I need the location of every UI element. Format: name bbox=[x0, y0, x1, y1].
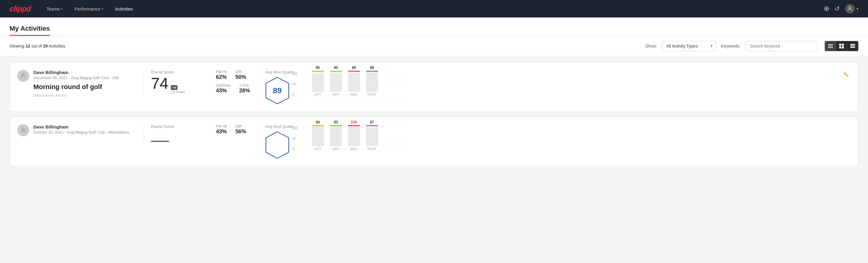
quality-label: Avg Shot Quality bbox=[265, 70, 294, 74]
svg-rect-1 bbox=[828, 44, 833, 45]
score-row bbox=[151, 130, 203, 142]
shot-quality-chart: 100 50 0 94 bbox=[302, 127, 407, 157]
score-value: 74 bbox=[151, 76, 168, 91]
card-secondary-stats: FW Hit 62% GIR 50% Up/Down 43% 1 Putt 28… bbox=[210, 70, 258, 97]
svg-rect-8 bbox=[850, 44, 855, 45]
chart-y-axis: 100 50 0 bbox=[292, 127, 298, 151]
bar-putt: 89 PUTT bbox=[366, 66, 378, 96]
svg-rect-2 bbox=[828, 46, 833, 46]
bar-app: 90 APP bbox=[330, 66, 342, 96]
add-icon[interactable]: ⊕ bbox=[824, 5, 829, 12]
activity-card: Dave Billingham December 05, 2021 - Gog … bbox=[10, 62, 858, 112]
refresh-icon[interactable]: ↺ bbox=[835, 5, 840, 12]
player-name: Dave Billingham bbox=[33, 124, 144, 129]
svg-point-0 bbox=[849, 7, 851, 9]
quality-hexagon bbox=[265, 131, 289, 159]
fw-hit-stat: FW Hit 62% bbox=[216, 70, 227, 80]
list-wide-view-button[interactable] bbox=[847, 41, 858, 51]
oneputt-stat: 1 Putt 28% bbox=[239, 83, 250, 94]
card-info: Dave Billingham October 16, 2021 - Gog M… bbox=[33, 124, 144, 135]
performance-chevron-icon: ▾ bbox=[102, 7, 103, 10]
gir-stat: GIR 56% bbox=[236, 124, 246, 135]
page-title: My Activities bbox=[10, 18, 50, 36]
holes-label: 18 Holes bbox=[171, 90, 185, 94]
bar-arg: 89 ARG bbox=[348, 66, 360, 96]
activity-type-filter[interactable]: All Activity Types ▾ bbox=[662, 41, 716, 51]
player-avatar bbox=[17, 70, 29, 82]
quality-score bbox=[276, 142, 278, 149]
navbar-right: ⊕ ↺ ▾ bbox=[824, 4, 858, 13]
stat-pair-2: Up/Down 43% 1 Putt 28% bbox=[216, 83, 252, 94]
svg-rect-10 bbox=[850, 47, 855, 48]
activity-card: Dave Billingham October 16, 2021 - Gog M… bbox=[10, 117, 858, 167]
bar-arg: 106 ARG bbox=[348, 120, 360, 151]
quality-hexagon: 89 bbox=[265, 77, 289, 105]
card-quality: Avg Shot Quality 100 50 0 bbox=[258, 124, 414, 159]
quality-label: Avg Shot Quality bbox=[265, 124, 294, 129]
keywords-label: Keywords: bbox=[721, 43, 741, 49]
nav-activities[interactable]: Activities bbox=[114, 6, 134, 11]
card-left: Dave Billingham October 16, 2021 - Gog M… bbox=[17, 124, 144, 136]
score-row: 74 +4 18 Holes bbox=[151, 76, 203, 94]
bar-ott: 94 OTT bbox=[312, 120, 324, 151]
data-source: Data Source: Arccos bbox=[33, 93, 144, 97]
updown-stat: Up/Down 43% bbox=[216, 83, 231, 94]
stat-pair-1: FW Hit 62% GIR 50% bbox=[216, 70, 252, 80]
list-compact-view-button[interactable] bbox=[825, 41, 836, 51]
activity-type-select[interactable]: All Activity Types bbox=[662, 41, 716, 51]
player-name: Dave Billingham bbox=[33, 70, 144, 75]
grid-view-button[interactable] bbox=[836, 41, 847, 51]
bar-chart: 85 OTT 90 APP bbox=[312, 72, 407, 102]
shot-quality-chart: 100 50 0 85 bbox=[302, 72, 407, 102]
svg-rect-6 bbox=[839, 46, 841, 49]
fw-hit-stat: FW Hit 43% bbox=[216, 124, 227, 135]
player-avatar bbox=[17, 124, 29, 136]
viewing-text: Viewing 12 out of 29 Activities bbox=[10, 43, 641, 49]
page-header: My Activities bbox=[0, 18, 868, 36]
svg-point-13 bbox=[22, 128, 24, 130]
score-badge: +4 bbox=[171, 85, 178, 90]
edit-button[interactable]: ✏️ bbox=[841, 70, 851, 80]
bar-ott: 85 OTT bbox=[312, 66, 324, 96]
score-value bbox=[151, 130, 169, 142]
card-stats: Round Score 74 +4 18 Holes bbox=[144, 70, 210, 98]
bar-chart: 94 OTT 93 APP bbox=[312, 127, 407, 157]
card-date: October 16, 2021 - Gog Magog Golf Club -… bbox=[33, 130, 144, 135]
round-score-label: Round Score bbox=[151, 70, 203, 74]
card-left: Dave Billingham December 05, 2021 - Gog … bbox=[17, 70, 144, 97]
svg-rect-5 bbox=[842, 43, 844, 46]
bar-putt: 87 PUTT bbox=[366, 120, 378, 151]
round-score-label: Round Score bbox=[151, 124, 203, 129]
gir-stat: GIR 50% bbox=[236, 70, 246, 80]
avatar bbox=[845, 4, 855, 13]
svg-rect-9 bbox=[850, 46, 855, 46]
teams-chevron-icon: ▾ bbox=[61, 7, 63, 10]
logo: clippd bbox=[10, 4, 31, 13]
card-quality: Avg Shot Quality 89 100 50 0 bbox=[258, 70, 414, 105]
stat-pair-1: FW Hit 43% GIR 56% bbox=[216, 124, 252, 135]
quality-block: Avg Shot Quality 89 bbox=[265, 70, 294, 105]
nav-performance[interactable]: Performance ▾ bbox=[73, 6, 104, 11]
svg-rect-4 bbox=[839, 43, 841, 46]
card-info: Dave Billingham December 05, 2021 - Gog … bbox=[33, 70, 144, 97]
quality-score: 89 bbox=[273, 86, 282, 95]
bar-app: 93 APP bbox=[330, 120, 342, 151]
search-input[interactable] bbox=[745, 41, 817, 51]
nav-teams[interactable]: Teams ▾ bbox=[45, 6, 64, 11]
view-toggle bbox=[825, 41, 858, 51]
user-chevron-icon: ▾ bbox=[857, 7, 858, 11]
svg-point-11 bbox=[22, 74, 24, 76]
navbar: clippd Teams ▾ Performance ▾ Activities … bbox=[0, 0, 868, 18]
user-menu[interactable]: ▾ bbox=[845, 4, 858, 13]
svg-rect-7 bbox=[842, 46, 844, 49]
card-secondary-stats: FW Hit 43% GIR 56% bbox=[210, 124, 258, 138]
chart-y-axis: 100 50 0 bbox=[292, 72, 298, 96]
card-date: December 05, 2021 - Gog Magog Golf Club … bbox=[33, 76, 144, 80]
activities-list: Dave Billingham December 05, 2021 - Gog … bbox=[0, 56, 868, 172]
round-title: Morning round of golf bbox=[33, 83, 144, 91]
toolbar: Viewing 12 out of 29 Activities Show: Al… bbox=[0, 36, 868, 56]
svg-rect-3 bbox=[828, 47, 833, 48]
card-stats: Round Score bbox=[144, 124, 210, 145]
show-label: Show: bbox=[645, 43, 657, 49]
quality-block: Avg Shot Quality bbox=[265, 124, 294, 159]
